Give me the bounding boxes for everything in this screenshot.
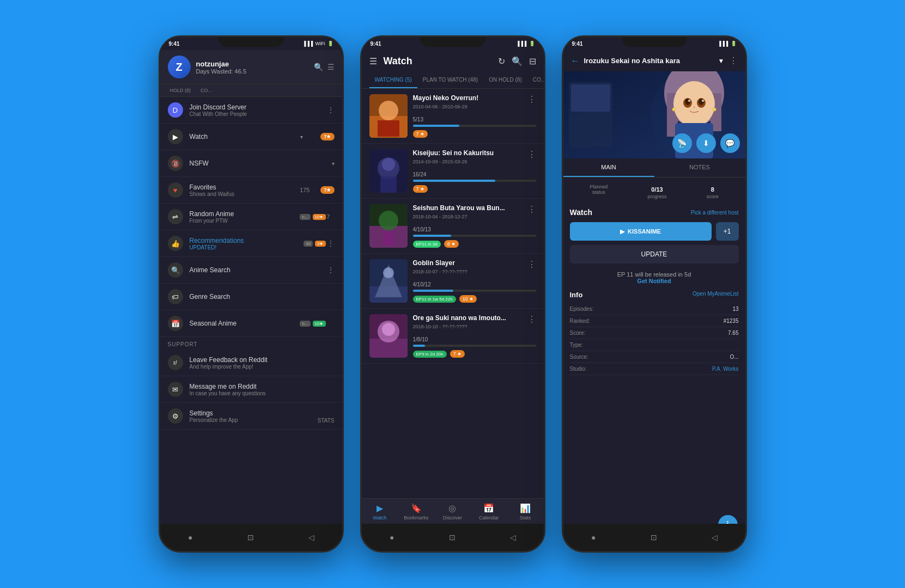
sidebar-item-reddit-feedback[interactable]: r/ Leave Feedback on Reddit And help imp… [160,350,342,376]
list-item-goblin[interactable]: Goblin Slayer 2018-10-07 - ??-??-???? ⋮ … [362,254,544,309]
mayoi-bottom-row: 7 ★ [413,130,536,138]
sidebar-item-genre-search[interactable]: 🏷 Genre Search [160,284,342,310]
p3-host-link[interactable]: Pick a different host [691,210,739,216]
settings-label: Settings [190,409,335,417]
ore-more-icon[interactable]: ⋮ [527,314,536,324]
p3-notif-link[interactable]: Get Notified [570,278,739,284]
phone-bottom-3: ● ⊡ ◁ [563,524,745,551]
p3-stat-score-label: score [707,194,719,199]
random-label: Random Anime [190,210,317,218]
back-btn-1[interactable]: ◁ [305,531,318,544]
nav-discover[interactable]: ◎ Discover [434,499,471,524]
discord-more-icon[interactable]: ⋮ [327,106,335,114]
p3-plus-label: +1 [724,228,731,235]
kiseijuu-more-icon[interactable]: ⋮ [527,149,536,160]
search-icon-header[interactable]: 🔍 [314,63,323,71]
sidebar-item-reddit-message[interactable]: ✉ Message me on Reddit In case you have … [160,376,342,403]
nav-stats-label: Stats [520,515,531,520]
sidebar-item-seasonal[interactable]: 📅 Seasonal Anime h... 10★ [160,310,342,337]
p2-filter-icon[interactable]: ⊟ [529,56,536,66]
reddit-feedback-text: Leave Feedback on Reddit And help improv… [190,356,335,370]
ore-date: 2018-10-10 - ??-??-???? [413,324,506,329]
recent-btn-3[interactable]: ⊡ [647,531,660,544]
p3-back-icon[interactable]: ← [571,56,580,66]
list-item-mayoi[interactable]: Mayoi Neko Overrun! 2010-04-06 - 2010-06… [362,89,544,144]
battery-icon-3: 🔋 [731,41,737,46]
mayoi-more-icon[interactable]: ⋮ [527,94,536,105]
p3-chat-btn[interactable]: 💬 [720,133,740,153]
sidebar-item-watch[interactable]: ▶ Watch ▾ 7★ [160,124,342,150]
nav-bookmarks[interactable]: 🔖 Bookmarks [398,499,434,524]
goblin-bottom-row: EP11 in 1w 5d 22h 10 ★ [413,295,536,303]
rec-more-icon[interactable]: ⋮ [327,239,335,248]
anime-search-more-icon[interactable]: ⋮ [327,266,335,274]
nav-watch[interactable]: ▶ Watch [362,499,398,524]
discord-icon: D [168,102,183,118]
random-badge-1: n... [300,214,310,220]
back-btn-3[interactable]: ◁ [708,531,721,544]
list-item-kiseijuu[interactable]: Kiseijuu: Sei no Kakuritsu 2014-10-09 - … [362,144,544,199]
p2-hamburger-icon[interactable]: ☰ [369,56,377,66]
p3-info-section: Info Open MyAnimeList Episodes: 13 Ranke… [570,291,739,375]
goblin-more-icon[interactable]: ⋮ [527,259,536,270]
nav-calendar-icon: 📅 [483,503,494,513]
p1-tab-co[interactable]: CO... [198,84,214,96]
nav-calendar[interactable]: 📅 Calendar [471,499,507,524]
sidebar-item-favorites[interactable]: ♥ Favorites Shows and Waifus 175 7★ [160,177,342,204]
p3-mal-link[interactable]: Open MyAnimeList [693,291,738,299]
sidebar-item-recommendations[interactable]: 👍 Recommendations UPDATED! 3d 3★ ⋮ [160,230,342,257]
p3-stat-progress: 0/13 progress [648,184,667,199]
seasonal-badge-2: 10★ [313,321,326,327]
p1-tab-hold[interactable]: HOLD (8) [168,84,193,96]
p3-cast-btn[interactable]: 📡 [672,133,692,153]
home-btn-2[interactable]: ● [385,531,398,544]
watch-icon: ▶ [168,129,183,144]
sidebar-item-random[interactable]: ⇌ Random Anime From your PTW 47 n... 10★ [160,204,342,230]
p3-kissanime-btn[interactable]: ▶ KISSANIME [570,222,712,241]
thumb-ore [369,314,408,358]
thumb-seishun [369,204,408,248]
seishun-more-icon[interactable]: ⋮ [527,204,536,215]
rec-menu-text: Recommendations UPDATED! [190,237,299,250]
tab-plan-to-watch[interactable]: PLAN TO WATCH (48) [417,72,483,88]
ore-ep-badge: EP9 in 2d 20h [413,351,447,358]
back-btn-2[interactable]: ◁ [507,531,520,544]
goblin-progress-bar [413,290,454,292]
sidebar-item-discord[interactable]: D Join Discord Server Chat With Other Pe… [160,97,342,124]
recent-btn-2[interactable]: ⊡ [446,531,459,544]
p3-more-icon[interactable]: ⋮ [729,56,738,66]
p3-tab-notes[interactable]: NOTES [654,158,745,177]
sidebar-item-settings[interactable]: ⚙ Settings Personalize the App STATS [160,403,342,430]
p3-download-btn[interactable]: ⬇ [696,133,716,153]
sidebar-item-anime-search[interactable]: 🔍 Anime Search ⋮ [160,257,342,284]
seasonal-badges: h... 10★ [300,321,325,327]
p3-dropdown-icon[interactable]: ▼ [718,57,725,65]
p3-update-btn[interactable]: UPDATE [570,245,739,264]
nsfw-chevron-icon: ▾ [332,161,335,167]
anime-search-text: Anime Search [190,266,320,274]
p2-search-icon[interactable]: 🔍 [512,56,523,66]
nav-stats[interactable]: 📊 Stats [507,499,544,524]
tab-watching[interactable]: WATCHING (5) [369,72,417,88]
sidebar-item-nsfw[interactable]: 🔞 NSFW ▾ [160,150,342,177]
recent-btn-1[interactable]: ⊡ [244,531,257,544]
status-time-2: 9:41 [370,41,381,47]
list-item-ore[interactable]: Ore ga Suki nano wa Imouto... 2018-10-10… [362,309,544,364]
reddit-feedback-label: Leave Feedback on Reddit [190,356,335,364]
home-btn-1[interactable]: ● [184,531,197,544]
svg-rect-11 [383,231,394,245]
p3-source-key: Source: [570,354,588,360]
p3-plus-btn[interactable]: +1 [716,222,739,241]
p3-tab-main[interactable]: MAIN [563,158,654,177]
p2-refresh-icon[interactable]: ↻ [498,56,505,66]
filter-icon-header[interactable]: ☰ [327,63,335,71]
kiseijuu-bottom-row: 7 ★ [413,185,536,193]
wifi-icon: WiFi [315,41,325,46]
tab-on-hold[interactable]: ON HOLD (8) [483,72,527,88]
status-time-1: 9:41 [169,41,180,47]
tab-completed[interactable]: CO... [527,72,544,88]
list-item-seishun[interactable]: Seishun Buta Yarou wa Bun... 2018-10-04 … [362,199,544,254]
p3-ranked-key: Ranked: [570,318,590,324]
home-btn-3[interactable]: ● [587,531,600,544]
kiseijuu-title-block: Kiseijuu: Sei no Kakuritsu 2014-10-09 - … [413,149,494,164]
